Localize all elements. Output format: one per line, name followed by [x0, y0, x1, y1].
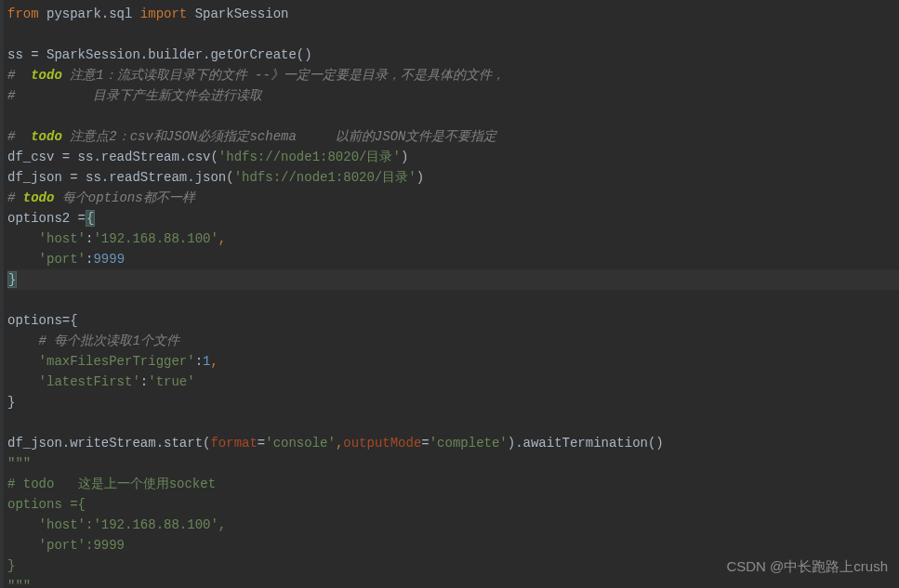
- code-line[interactable]: [7, 412, 899, 433]
- code-line[interactable]: ss = SparkSession.builder.getOrCreate(): [7, 45, 899, 65]
- code-line[interactable]: # todo 每个options都不一样: [7, 188, 899, 208]
- code-line[interactable]: options2 ={: [7, 208, 899, 229]
- statement: ss = SparkSession.builder.getOrCreate(): [7, 47, 312, 62]
- indent: [7, 333, 39, 348]
- statement: options2 =: [7, 211, 86, 226]
- brace-highlight: }: [7, 271, 17, 288]
- kwarg-name: outputMode: [343, 436, 421, 451]
- todo-tag: todo: [31, 129, 62, 144]
- colon: :: [140, 374, 148, 389]
- equals: =: [421, 436, 429, 451]
- code-line[interactable]: 'latestFirst':'true': [7, 372, 899, 392]
- docstring-delim: """: [7, 579, 31, 588]
- code-line[interactable]: 'host':'192.168.88.100',: [7, 515, 899, 535]
- code-line[interactable]: # todo 注意点2：csv和JSON必须指定schema 以前的JSON文件…: [7, 126, 899, 147]
- statement: df_csv = ss.readStream.csv(: [7, 150, 218, 164]
- paren: ): [416, 170, 424, 185]
- code-line[interactable]: # todo 注意1：流式读取目录下的文件 --》一定一定要是目录，不是具体的文…: [7, 65, 899, 85]
- kw-from: from: [7, 7, 39, 21]
- docstring-text: #: [7, 477, 23, 491]
- dict-key: 'maxFilesPerTrigger': [39, 354, 195, 369]
- dict-key: 'port': [39, 252, 86, 267]
- docstring-delim: """: [7, 456, 31, 471]
- indent: [7, 231, 39, 246]
- brace-highlight: {: [86, 210, 95, 227]
- comment-hash: #: [7, 68, 31, 83]
- colon: :: [195, 354, 203, 369]
- docstring-text: }: [7, 558, 15, 573]
- todo-tag: todo: [31, 68, 62, 83]
- docstring-text: 'port':9999: [7, 538, 125, 553]
- string-literal: 'hdfs://node1:8020/目录': [218, 150, 401, 164]
- dict-value-str: '192.168.88.100': [93, 231, 218, 246]
- statement: options={: [7, 313, 78, 328]
- comment-text: 注意1：流式读取目录下的文件 --》一定一定要是目录，不是具体的文件，: [62, 68, 505, 83]
- code-line[interactable]: # 每个批次读取1个文件: [7, 331, 899, 351]
- indent: [7, 252, 39, 267]
- comment-text: 目录下产生新文件会进行读取: [15, 88, 262, 103]
- module-name: pyspark.sql: [39, 7, 140, 21]
- code-line[interactable]: [7, 24, 899, 45]
- docstring-text: todo: [23, 477, 55, 491]
- string-literal: 'console': [265, 436, 336, 451]
- code-line[interactable]: 'maxFilesPerTrigger':1,: [7, 351, 899, 372]
- code-editor[interactable]: from pyspark.sql import SparkSession ss …: [0, 0, 899, 588]
- code-line[interactable]: df_json.writeStream.start(format='consol…: [7, 433, 899, 453]
- statement: df_json.writeStream.start(: [7, 436, 210, 451]
- docstring-text: 这是上一个使用socket: [54, 477, 216, 491]
- brace: }: [7, 395, 15, 410]
- dict-value-num: 9999: [93, 252, 125, 267]
- dict-value-str: 'true': [148, 374, 194, 389]
- code-line[interactable]: df_csv = ss.readStream.csv('hdfs://node1…: [7, 147, 899, 167]
- comment-text: 注意点2：csv和JSON必须指定schema 以前的JSON文件是不要指定: [62, 129, 497, 144]
- code-line[interactable]: """: [7, 453, 899, 474]
- code-line[interactable]: df_json = ss.readStream.json('hdfs://nod…: [7, 167, 899, 188]
- code-line[interactable]: 'port':9999: [7, 249, 899, 269]
- indent: [7, 374, 39, 389]
- paren: ): [401, 150, 408, 164]
- class-name: SparkSession: [187, 7, 288, 21]
- docstring-text: options ={: [7, 497, 86, 512]
- dict-key: 'host': [39, 231, 86, 246]
- comment-text: 每个options都不一样: [54, 190, 194, 205]
- string-literal: 'hdfs://node1:8020/目录': [234, 170, 416, 185]
- comment-hash: #: [7, 190, 23, 205]
- comment-hash: #: [7, 129, 31, 144]
- kw-import: import: [140, 7, 187, 21]
- statement: df_json = ss.readStream.json(: [7, 170, 234, 185]
- statement: ).awaitTermination(): [508, 436, 664, 451]
- dict-key: 'latestFirst': [39, 374, 140, 389]
- comma: ,: [210, 354, 218, 369]
- editor-gutter: [0, 0, 4, 588]
- kwarg-name: format: [210, 436, 257, 451]
- code-line-current[interactable]: }: [7, 269, 899, 290]
- code-line[interactable]: # todo 这是上一个使用socket: [7, 474, 899, 494]
- code-line[interactable]: }: [7, 392, 899, 412]
- equals: =: [258, 436, 265, 451]
- code-line[interactable]: [7, 106, 899, 126]
- code-line[interactable]: options ={: [7, 494, 899, 515]
- comment-text: # 每个批次读取1个文件: [39, 333, 179, 348]
- comma: ,: [218, 231, 226, 246]
- indent: [7, 354, 39, 369]
- code-line[interactable]: # 目录下产生新文件会进行读取: [7, 85, 899, 106]
- code-line[interactable]: 'port':9999: [7, 535, 899, 555]
- docstring-text: 'host':'192.168.88.100',: [7, 517, 226, 532]
- todo-tag: todo: [23, 190, 55, 205]
- string-literal: 'complete': [430, 436, 508, 451]
- code-line[interactable]: [7, 290, 899, 310]
- code-line[interactable]: }: [7, 555, 899, 576]
- code-line[interactable]: options={: [7, 310, 899, 331]
- code-line[interactable]: 'host':'192.168.88.100',: [7, 229, 899, 249]
- code-line[interactable]: from pyspark.sql import SparkSession: [7, 4, 899, 24]
- code-line[interactable]: """: [7, 576, 899, 588]
